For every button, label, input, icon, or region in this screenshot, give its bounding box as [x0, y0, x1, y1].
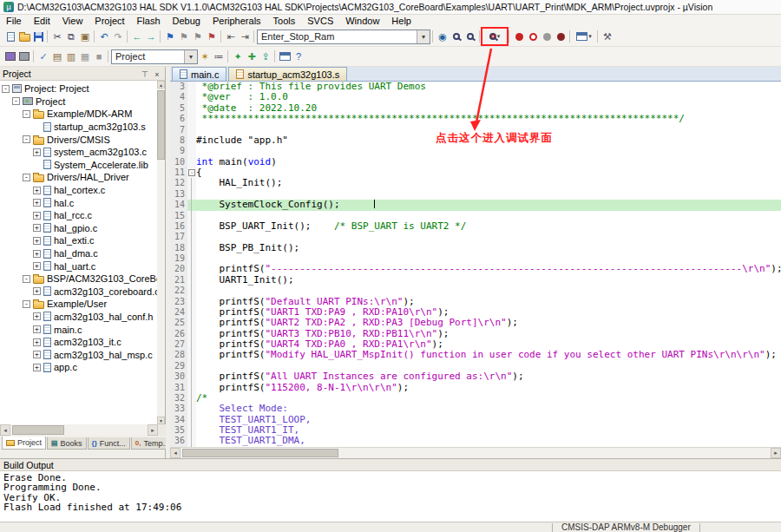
code-line[interactable]: 11-{ [170, 167, 781, 178]
flash-erase-icon[interactable] [17, 49, 31, 64]
tree-item[interactable]: -Project: Project [0, 82, 158, 95]
tree-item[interactable]: -Project [0, 95, 158, 108]
target-select-combo-dropdown-icon[interactable]: ▾ [184, 50, 197, 63]
code-line[interactable]: 31 printfS("115200, 8-N-1\r\n\r\n"); [170, 383, 781, 393]
menu-svcs[interactable]: SVCS [301, 15, 339, 27]
save-icon[interactable] [31, 29, 45, 44]
expand-minus-icon[interactable]: - [23, 275, 30, 283]
scroll-right-icon[interactable]: ▸ [771, 448, 781, 458]
find-icon[interactable] [450, 29, 463, 44]
code-line[interactable]: 9 [170, 146, 781, 156]
tree-item[interactable]: +acm32g103_coreboard.c [0, 286, 158, 299]
code-line[interactable]: 7 [170, 125, 781, 135]
expand-minus-icon[interactable]: - [23, 174, 30, 181]
code-line[interactable]: 12 HAL_Init(); [170, 178, 781, 188]
insert-breakpoint-icon[interactable] [512, 29, 526, 44]
scroll-track[interactable] [10, 424, 148, 436]
tree-item[interactable]: -BSP/ACM32G103_CoreBoard [0, 273, 158, 286]
menu-tools[interactable]: Tools [267, 15, 302, 27]
menu-debug[interactable]: Debug [167, 15, 207, 27]
manage-runtime-environment-icon[interactable]: ✦ [231, 49, 245, 64]
code-line[interactable]: 22 [170, 286, 781, 296]
fold-collapse-icon[interactable]: - [188, 169, 195, 176]
code-line[interactable]: 34 TEST_UART1_LOOP, [170, 415, 781, 425]
tree-item[interactable]: +acm32g103_it.c [0, 336, 158, 349]
scroll-up-icon[interactable]: ▴ [157, 81, 165, 89]
expand-minus-icon[interactable]: - [12, 97, 20, 105]
expand-plus-icon[interactable]: + [33, 250, 41, 258]
file-extensions-icon[interactable]: ≔ [212, 49, 226, 64]
kill-all-breakpoints-icon[interactable] [554, 29, 568, 44]
scroll-thumb[interactable] [157, 90, 165, 160]
menu-project[interactable]: Project [89, 15, 130, 27]
find-text-combo-dropdown-icon[interactable]: ▾ [417, 30, 430, 43]
menu-window[interactable]: Window [339, 15, 385, 27]
navigate-forward-icon[interactable]: → [144, 29, 158, 44]
unindent-icon[interactable]: ⇤ [224, 29, 238, 44]
code-line[interactable]: 17 [170, 232, 781, 242]
tree-item[interactable]: +hal_exti.c [0, 234, 158, 247]
scroll-down-icon[interactable]: ▾ [157, 417, 165, 424]
tree-item[interactable]: -Drivers/HAL_Driver [0, 171, 158, 184]
incremental-find-icon[interactable] [463, 29, 477, 44]
tree-item[interactable]: -Drivers/CMSIS [0, 133, 158, 146]
expand-minus-icon[interactable]: - [23, 110, 30, 118]
tree-item[interactable]: +hal_gpio.c [0, 222, 158, 235]
rebuild-icon[interactable]: ▥ [64, 49, 78, 64]
batch-build-icon[interactable]: ▦ [78, 49, 92, 64]
indent-icon[interactable]: ⇥ [238, 29, 252, 44]
code-line[interactable]: 30 printfS("All UART Instances are confi… [170, 371, 781, 382]
expand-minus-icon[interactable]: - [2, 85, 10, 93]
menu-flash[interactable]: Flash [131, 15, 167, 27]
menu-file[interactable]: File [0, 15, 28, 27]
code-line[interactable]: 20 printfS("----------------------------… [170, 264, 781, 274]
expand-plus-icon[interactable]: + [33, 262, 41, 270]
editor-tab-main-c[interactable]: main.c [172, 67, 226, 81]
translate-icon[interactable]: ✓ [36, 49, 50, 64]
tree-item[interactable]: +acm32g103_hal_msp.c [0, 348, 158, 361]
expand-plus-icon[interactable]: + [33, 148, 41, 156]
flash-download-icon[interactable] [3, 49, 17, 64]
bookmark-prev-icon[interactable]: ⚑ [177, 29, 191, 44]
code-line[interactable]: 24 printfS("UART1 TXD:PA9 , RXD:PA10\r\n… [170, 307, 781, 318]
paste-icon[interactable]: ▣ [78, 29, 92, 44]
bookmark-clear-icon[interactable]: ⚑ [205, 29, 219, 44]
code-line[interactable]: 15 [170, 211, 781, 221]
tree-item[interactable]: startup_acm32g103.s [0, 121, 158, 134]
stop-build-icon[interactable]: ■ [92, 49, 106, 64]
code-line[interactable]: 35 TEST_UART1_IT, [170, 425, 781, 436]
code-line[interactable]: 32/* [170, 393, 781, 404]
expand-plus-icon[interactable]: + [33, 237, 41, 245]
tree-item[interactable]: +hal.c [0, 196, 158, 209]
tree-item[interactable]: -Example/MDK-ARM [0, 108, 158, 121]
code-line[interactable]: 21 UART1_Init(); [170, 275, 781, 286]
start-stop-debug-session-icon[interactable]: d▾ [482, 29, 507, 44]
code-line[interactable]: 16 BSP_UART_Init(); /* BSP_UART is UART2… [170, 221, 781, 232]
expand-plus-icon[interactable]: + [33, 338, 41, 346]
configuration-tools-icon[interactable]: ⚒ [601, 29, 614, 44]
expand-plus-icon[interactable]: + [33, 351, 41, 358]
tree-item[interactable]: +hal_dma.c [0, 247, 158, 260]
panel-tab-books[interactable]: ▤Books [47, 437, 87, 450]
menu-peripherals[interactable]: Peripherals [207, 15, 267, 27]
expand-minus-icon[interactable]: - [23, 135, 30, 143]
code-line[interactable]: 14 SystemClock_Config(); [170, 200, 781, 210]
editor-tab-startup-acm32g103-s[interactable]: startup_acm32g103.s [228, 67, 347, 81]
disable-breakpoint-icon[interactable] [540, 29, 554, 44]
tree-item[interactable]: +app.c [0, 361, 158, 374]
tree-item[interactable]: System_Accelerate.lib [0, 159, 158, 172]
tree-item[interactable]: +acm32g103_hal_conf.h [0, 311, 158, 324]
pin-icon[interactable]: ⊤ [140, 69, 150, 79]
menu-help[interactable]: Help [385, 15, 417, 27]
tree-item[interactable]: +hal_cortex.c [0, 184, 158, 197]
code-line[interactable]: 10int main(void) [170, 157, 781, 167]
code-line[interactable]: 19 [170, 253, 781, 264]
open-file-icon[interactable] [17, 29, 31, 44]
code-line[interactable]: 13 [170, 189, 781, 200]
code-line[interactable]: 28 printfS("Modify HAL_UART_MspInit() fu… [170, 350, 781, 360]
undo-icon[interactable]: ↶ [97, 29, 111, 44]
scroll-thumb[interactable] [182, 449, 338, 457]
tree-item[interactable]: +system_acm32g103.c [0, 146, 158, 159]
expand-plus-icon[interactable]: + [33, 187, 41, 194]
code-line[interactable]: 23 printfS("Default UART PINs:\r\n"); [170, 297, 781, 307]
